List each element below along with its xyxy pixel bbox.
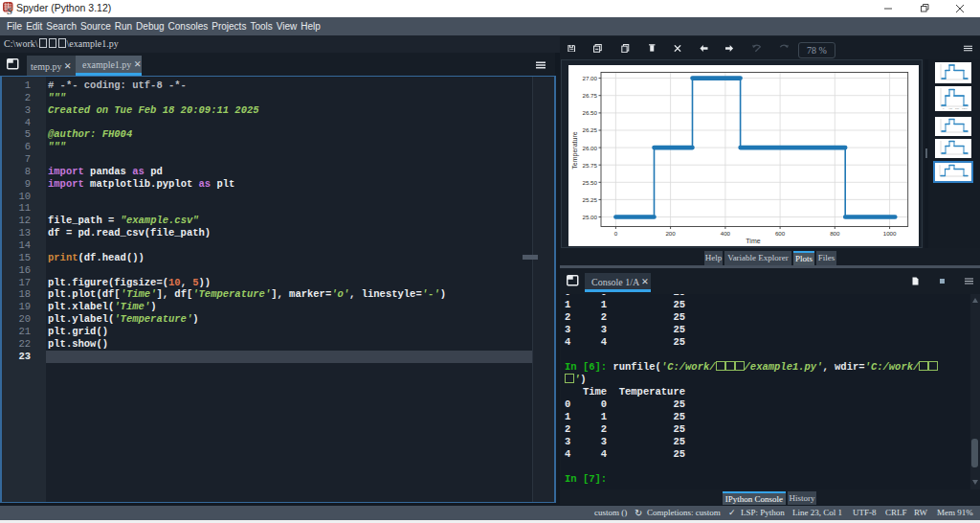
svg-text:0: 0 xyxy=(614,230,618,237)
svg-text:25.50: 25.50 xyxy=(583,179,598,186)
svg-text:400: 400 xyxy=(721,230,731,237)
svg-text:26.75: 26.75 xyxy=(583,92,598,99)
svg-text:800: 800 xyxy=(830,230,840,237)
svg-text:25.75: 25.75 xyxy=(583,162,598,169)
svg-text:25.00: 25.00 xyxy=(583,214,598,220)
svg-text:800: 800 xyxy=(955,107,960,110)
svg-text:26.50: 26.50 xyxy=(583,109,598,116)
svg-text:26.00: 26.00 xyxy=(583,145,598,151)
svg-text:600: 600 xyxy=(775,230,786,237)
svg-text:Time: Time xyxy=(746,238,760,244)
svg-text:26.25: 26.25 xyxy=(583,126,598,133)
svg-text:27.00: 27.00 xyxy=(583,75,598,81)
svg-text:S: S xyxy=(7,6,12,14)
svg-text:25.25: 25.25 xyxy=(583,196,598,203)
svg-text:400: 400 xyxy=(948,107,953,110)
svg-text:1000: 1000 xyxy=(883,230,897,237)
svg-text:1200: 1200 xyxy=(962,107,968,110)
svg-text:Temperature: Temperature xyxy=(571,131,579,169)
svg-text:200: 200 xyxy=(665,230,676,237)
